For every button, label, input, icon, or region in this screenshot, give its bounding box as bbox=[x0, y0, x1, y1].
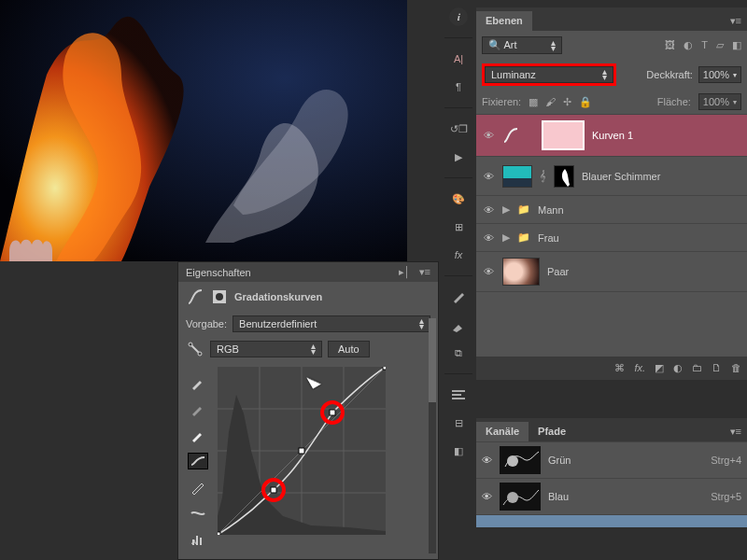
properties-title: Eigenschaften bbox=[186, 267, 251, 278]
curves-point-tool-icon[interactable] bbox=[188, 453, 208, 469]
link-layers-icon[interactable]: ⌘ bbox=[614, 362, 625, 374]
properties-panel: Eigenschaften ▸│ ▾≡ Gradationskurven Vor… bbox=[177, 261, 439, 560]
curve-shadow-point-highlight bbox=[261, 478, 286, 502]
layer-mask-thumb[interactable] bbox=[554, 165, 574, 188]
brush-icon[interactable] bbox=[449, 315, 468, 334]
canvas-view[interactable] bbox=[0, 0, 407, 261]
filter-smart-icon[interactable]: ◧ bbox=[732, 39, 741, 50]
on-image-adjust-icon[interactable] bbox=[186, 340, 204, 358]
lock-pixels-icon[interactable]: 🖌 bbox=[545, 96, 556, 107]
svg-point-3 bbox=[189, 343, 192, 346]
curves-smooth-icon[interactable] bbox=[188, 505, 208, 522]
new-layer-icon[interactable]: 🗋 bbox=[712, 362, 722, 374]
info-icon[interactable]: 𝒊 bbox=[449, 7, 468, 26]
auto-button[interactable]: Auto bbox=[328, 341, 370, 357]
eyedropper-white-icon[interactable] bbox=[188, 427, 208, 443]
filter-shape-icon[interactable]: ▱ bbox=[716, 39, 724, 50]
curves-histogram-icon[interactable]: A bbox=[188, 531, 208, 548]
fx-icon[interactable]: fx bbox=[449, 245, 468, 264]
channels-tab[interactable]: Kanäle bbox=[476, 422, 529, 441]
paths-tab[interactable]: Pfade bbox=[529, 422, 575, 441]
svg-rect-16 bbox=[218, 532, 220, 535]
panel-flyout-icon[interactable]: ▾≡ bbox=[725, 422, 747, 441]
paragraph-icon[interactable]: ¶ bbox=[449, 77, 468, 96]
group-icon[interactable]: 🗀 bbox=[692, 362, 702, 374]
styles-grid-icon[interactable]: ⊞ bbox=[449, 217, 468, 236]
visibility-icon[interactable]: 👁 bbox=[482, 232, 495, 244]
align-icon[interactable] bbox=[449, 385, 468, 404]
svg-point-4 bbox=[198, 352, 202, 356]
group-disclosure-icon[interactable]: ▶ bbox=[502, 203, 510, 216]
lock-all-icon[interactable]: 🔒 bbox=[579, 96, 592, 108]
fill-input[interactable]: 100%▾ bbox=[698, 93, 741, 110]
adjustment-layer-icon[interactable]: ◐ bbox=[673, 362, 683, 374]
mini-panel-strip: 𝒊 A| ¶ ↺❐ ▶ 🎨 ⊞ fx ⧉ ⊟ ◧ bbox=[444, 7, 472, 460]
opacity-input[interactable]: 100%▾ bbox=[698, 66, 741, 83]
layer-row[interactable]: 👁 Paar bbox=[476, 251, 747, 291]
visibility-icon[interactable]: 👁 bbox=[482, 491, 492, 502]
delete-layer-icon[interactable]: 🗑 bbox=[731, 362, 741, 374]
layer-fx-icon[interactable]: fx. bbox=[634, 362, 645, 374]
layer-filter-select[interactable]: 🔍 Art ▴▾ bbox=[482, 36, 562, 54]
layers-tab[interactable]: Ebenen bbox=[476, 11, 532, 31]
svg-rect-20 bbox=[383, 367, 386, 370]
actions-icon[interactable]: ▶ bbox=[449, 147, 468, 166]
character-icon[interactable]: A| bbox=[449, 49, 468, 68]
channel-select[interactable]: RGB ▴▾ bbox=[210, 341, 322, 357]
navigator-icon[interactable]: ◧ bbox=[449, 441, 468, 460]
layer-mask-thumb[interactable] bbox=[542, 120, 585, 150]
eyedropper-gray-icon[interactable] bbox=[188, 400, 208, 417]
glyphs-icon[interactable]: ⊟ bbox=[449, 413, 468, 432]
properties-scrollbar[interactable] bbox=[429, 318, 436, 553]
channel-row[interactable] bbox=[476, 514, 747, 527]
lock-transparency-icon[interactable]: ▩ bbox=[529, 96, 538, 108]
curve-highlight-point-highlight bbox=[320, 400, 345, 425]
channel-thumb bbox=[500, 483, 541, 511]
mask-preview-icon bbox=[210, 287, 229, 306]
folder-icon: 📁 bbox=[517, 231, 530, 244]
layer-mask-icon[interactable]: ◩ bbox=[655, 362, 664, 374]
visibility-icon[interactable]: 👁 bbox=[482, 266, 495, 277]
filter-adjust-icon[interactable]: ◐ bbox=[684, 39, 693, 50]
eyedropper-black-icon[interactable] bbox=[188, 374, 208, 391]
fill-label: Fläche: bbox=[657, 96, 691, 107]
curves-pencil-tool-icon[interactable] bbox=[188, 479, 208, 496]
svg-rect-24 bbox=[500, 446, 541, 474]
layer-row[interactable]: 👁 𝄞 Blauer Schimmer bbox=[476, 156, 747, 195]
preset-label: Vorgabe: bbox=[186, 318, 227, 329]
brush-presets-icon[interactable] bbox=[449, 287, 468, 306]
blend-mode-select[interactable]: Luminanz ▴▾ bbox=[485, 66, 613, 83]
curves-graph[interactable] bbox=[218, 367, 386, 535]
visibility-icon[interactable]: 👁 bbox=[482, 130, 495, 141]
preset-select[interactable]: Benutzerdefiniert ▴▾ bbox=[233, 315, 430, 332]
svg-rect-22 bbox=[452, 394, 461, 396]
layer-row[interactable]: 👁 ▶ 📁 Mann bbox=[476, 195, 747, 223]
history-icon[interactable]: ↺❐ bbox=[449, 119, 468, 138]
opacity-label: Deckkraft: bbox=[646, 69, 693, 80]
channel-name: Grün bbox=[548, 455, 703, 466]
group-disclosure-icon[interactable]: ▶ bbox=[502, 231, 510, 244]
svg-point-27 bbox=[507, 492, 518, 503]
swatches-icon[interactable]: 🎨 bbox=[449, 189, 468, 208]
visibility-icon[interactable]: 👁 bbox=[482, 455, 492, 466]
filter-type-icon[interactable]: T bbox=[701, 39, 708, 50]
channel-thumb bbox=[500, 446, 541, 474]
visibility-icon[interactable]: 👁 bbox=[482, 204, 495, 216]
visibility-icon[interactable]: 👁 bbox=[482, 171, 495, 182]
layers-footer: ⌘ fx. ◩ ◐ 🗀 🗋 🗑 bbox=[476, 357, 747, 380]
dropdown-arrows-icon: ▴▾ bbox=[311, 343, 316, 355]
panel-menu-icon[interactable]: ▸│ bbox=[399, 266, 411, 277]
channel-row[interactable]: 👁 Blau Strg+5 bbox=[476, 478, 747, 514]
svg-rect-7 bbox=[200, 538, 202, 545]
panel-flyout-icon[interactable]: ▾≡ bbox=[419, 266, 430, 277]
layer-row[interactable]: 👁 Kurven 1 bbox=[476, 114, 747, 156]
panel-flyout-icon[interactable]: ▾≡ bbox=[725, 11, 747, 31]
channel-row[interactable]: 👁 Grün Strg+4 bbox=[476, 441, 747, 478]
clone-source-icon[interactable]: ⧉ bbox=[449, 343, 468, 362]
lock-position-icon[interactable]: ✢ bbox=[563, 96, 571, 108]
link-icon[interactable]: 𝄞 bbox=[540, 170, 546, 182]
layers-panel: Ebenen ▾≡ 🔍 Art ▴▾ 🖾 ◐ T ▱ ◧ Luminanz ▴▾… bbox=[476, 7, 747, 380]
layer-row[interactable]: 👁 ▶ 📁 Frau bbox=[476, 223, 747, 251]
filter-pixel-icon[interactable]: 🖾 bbox=[665, 39, 675, 50]
curves-adjustment-icon bbox=[186, 287, 204, 306]
